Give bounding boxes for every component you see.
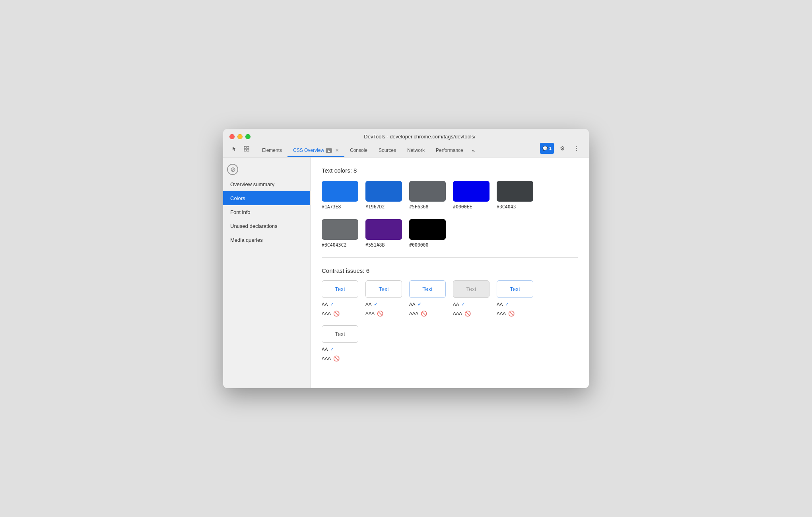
tabs-overflow-button[interactable]: »	[469, 145, 478, 157]
sidebar-item-colors[interactable]: Colors	[223, 191, 310, 205]
color-label: #0000EE	[453, 204, 472, 210]
svg-rect-0	[244, 146, 246, 148]
color-label: #3C4043	[497, 204, 516, 210]
browser-window: DevTools - developer.chrome.com/tags/dev…	[223, 129, 589, 388]
svg-rect-1	[247, 146, 249, 148]
contrast-item[interactable]: Text AA ✓ AAA 🚫	[322, 325, 358, 363]
aaa-fail-icon: 🚫	[421, 309, 427, 318]
contrast-preview-box[interactable]: Text	[453, 280, 490, 298]
contrast-ratings: AA ✓ AAA 🚫	[453, 300, 471, 318]
contrast-preview-box[interactable]: Text	[322, 280, 358, 298]
devtools-icons	[229, 144, 252, 157]
contrast-ratings: AA ✓ AAA 🚫	[497, 300, 515, 318]
css-overview-badge: ▲	[326, 148, 332, 153]
color-label: #1A73E8	[322, 204, 341, 210]
contrast-item[interactable]: Text AA ✓ AAA 🚫	[365, 280, 402, 318]
divider	[322, 257, 578, 258]
main-area: ⊘ Overview summary Colors Font info Unus…	[223, 157, 589, 388]
color-label: #1967D2	[365, 204, 385, 210]
text-colors-title: Text colors: 8	[322, 167, 578, 174]
color-swatch-item[interactable]: #3C4043C2	[322, 219, 358, 248]
aa-pass-icon: ✓	[505, 300, 509, 309]
tab-css-overview[interactable]: CSS Overview ▲ ✕	[288, 144, 344, 157]
color-swatch[interactable]	[322, 181, 358, 202]
color-swatch[interactable]	[453, 181, 490, 202]
contrast-ratings: AA ✓ AAA 🚫	[365, 300, 383, 318]
close-button[interactable]	[229, 134, 235, 139]
toolbar-right: 💬 1 ⚙ ⋮	[540, 143, 583, 157]
title-bar: DevTools - developer.chrome.com/tags/dev…	[223, 129, 589, 157]
sidebar: ⊘ Overview summary Colors Font info Unus…	[223, 157, 311, 388]
tab-performance[interactable]: Performance	[430, 144, 469, 157]
aaa-fail-icon: 🚫	[464, 309, 471, 318]
traffic-lights	[229, 134, 251, 139]
tabs-row: Elements CSS Overview ▲ ✕ Console Source…	[229, 143, 583, 157]
cursor-icon[interactable]	[229, 144, 240, 154]
contrast-preview-box[interactable]: Text	[365, 280, 402, 298]
contrast-ratings: AA ✓ AAA 🚫	[322, 345, 340, 363]
tab-sources[interactable]: Sources	[373, 144, 402, 157]
contrast-item[interactable]: Text AA ✓ AAA 🚫	[409, 280, 446, 318]
color-swatch-item[interactable]: #0000EE	[453, 181, 490, 210]
color-label: #000000	[409, 242, 428, 248]
aaa-fail-icon: 🚫	[333, 309, 340, 318]
chat-button[interactable]: 💬 1	[540, 143, 554, 154]
sidebar-item-media-queries[interactable]: Media queries	[223, 233, 310, 247]
minimize-button[interactable]	[237, 134, 243, 139]
contrast-ratings: AA ✓ AAA 🚫	[322, 300, 340, 318]
block-icon[interactable]: ⊘	[227, 164, 238, 175]
aaa-fail-icon: 🚫	[377, 309, 383, 318]
color-swatch[interactable]	[497, 181, 533, 202]
color-swatch-item[interactable]: #000000	[409, 219, 446, 248]
aaa-fail-icon: 🚫	[508, 309, 515, 318]
color-swatch-item[interactable]: #551A8B	[365, 219, 402, 248]
color-swatches-row1: #1A73E8 #1967D2 #5F6368 #0000EE #3C4043	[322, 181, 578, 210]
content-area: Text colors: 8 #1A73E8 #1967D2 #5F6368	[311, 157, 589, 388]
contrast-preview-box[interactable]: Text	[322, 325, 358, 343]
css-overview-close[interactable]: ✕	[335, 148, 339, 153]
contrast-item[interactable]: Text AA ✓ AAA 🚫	[497, 280, 533, 318]
settings-button[interactable]: ⚙	[556, 143, 568, 154]
contrast-preview-box[interactable]: Text	[497, 280, 533, 298]
aa-pass-icon: ✓	[330, 345, 334, 354]
tab-console[interactable]: Console	[344, 144, 373, 157]
maximize-button[interactable]	[245, 134, 251, 139]
aa-pass-icon: ✓	[374, 300, 378, 309]
sidebar-item-font-info[interactable]: Font info	[223, 205, 310, 219]
color-swatch[interactable]	[409, 181, 446, 202]
color-swatches-row2: #3C4043C2 #551A8B #000000	[322, 219, 578, 248]
svg-rect-2	[244, 149, 246, 151]
contrast-grid-row1: Text AA ✓ AAA 🚫	[322, 280, 578, 318]
sidebar-item-unused-declarations[interactable]: Unused declarations	[223, 219, 310, 233]
aa-pass-icon: ✓	[330, 300, 334, 309]
contrast-grid-row2: Text AA ✓ AAA 🚫	[322, 325, 578, 363]
color-label: #5F6368	[409, 204, 428, 210]
color-swatch[interactable]	[409, 219, 446, 240]
color-swatch-item[interactable]: #1A73E8	[322, 181, 358, 210]
tab-network[interactable]: Network	[402, 144, 430, 157]
color-label: #3C4043C2	[322, 242, 346, 248]
sidebar-item-overview-summary[interactable]: Overview summary	[223, 177, 310, 191]
contrast-preview-box[interactable]: Text	[409, 280, 446, 298]
aa-pass-icon: ✓	[418, 300, 422, 309]
color-swatch-item[interactable]: #5F6368	[409, 181, 446, 210]
more-button[interactable]: ⋮	[571, 143, 583, 154]
aa-pass-icon: ✓	[461, 300, 465, 309]
color-swatch[interactable]	[365, 219, 402, 240]
contrast-ratings: AA ✓ AAA 🚫	[409, 300, 427, 318]
color-swatch[interactable]	[365, 181, 402, 202]
contrast-item[interactable]: Text AA ✓ AAA 🚫	[453, 280, 490, 318]
svg-rect-3	[247, 149, 249, 151]
color-swatch[interactable]	[322, 219, 358, 240]
color-swatch-item[interactable]: #1967D2	[365, 181, 402, 210]
inspect-icon[interactable]	[241, 144, 252, 154]
aaa-fail-icon: 🚫	[333, 354, 340, 363]
color-swatch-item[interactable]: #3C4043	[497, 181, 533, 210]
color-label: #551A8B	[365, 242, 385, 248]
window-title: DevTools - developer.chrome.com/tags/dev…	[257, 134, 583, 140]
contrast-item[interactable]: Text AA ✓ AAA 🚫	[322, 280, 358, 318]
tab-elements[interactable]: Elements	[256, 144, 288, 157]
contrast-issues-title: Contrast issues: 6	[322, 267, 578, 274]
